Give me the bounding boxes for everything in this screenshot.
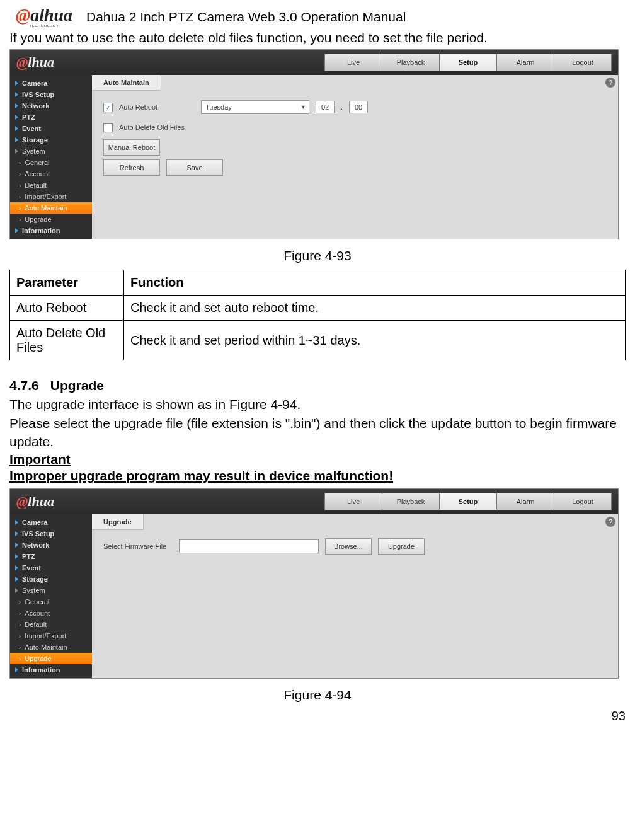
- sidebar-item-camera[interactable]: Camera: [10, 78, 92, 89]
- sidebar-sub-default[interactable]: ›Default: [10, 619, 92, 630]
- sidebar-item-ptz[interactable]: PTZ: [10, 551, 92, 562]
- nav-playback[interactable]: Playback: [382, 54, 440, 71]
- table-row: Auto Reboot Check it and set auto reboot…: [10, 296, 626, 321]
- nav-alarm[interactable]: Alarm: [496, 54, 554, 71]
- sidebar-item-ivs[interactable]: IVS Setup: [10, 89, 92, 100]
- chevron-down-icon: ▼: [300, 104, 306, 110]
- sidebar-sub-account[interactable]: ›Account: [10, 607, 92, 619]
- document-title: Dahua 2 Inch PTZ Camera Web 3.0 Operatio…: [86, 9, 406, 25]
- intro-paragraph: If you want to use the auto delete old f…: [9, 30, 626, 45]
- sidebar-sub-general[interactable]: ›General: [10, 596, 92, 607]
- nav-alarm[interactable]: Alarm: [496, 493, 554, 510]
- sidebar-sub-auto-maintain[interactable]: ›Auto Maintain: [10, 202, 92, 214]
- nav-logout[interactable]: Logout: [554, 54, 612, 71]
- figure-93-caption: Figure 4-93: [9, 248, 626, 263]
- sidebar-item-event[interactable]: Event: [10, 123, 92, 134]
- manual-reboot-button[interactable]: Manual Reboot: [103, 139, 160, 156]
- help-icon[interactable]: ?: [605, 78, 615, 88]
- sidebar-item-system[interactable]: System: [10, 146, 92, 157]
- sidebar-item-ivs[interactable]: IVS Setup: [10, 528, 92, 539]
- help-icon[interactable]: ?: [605, 517, 615, 527]
- upgrade-button[interactable]: Upgrade: [378, 538, 425, 555]
- sidebar-item-information[interactable]: Information: [10, 664, 92, 676]
- hour-input[interactable]: 02: [316, 101, 335, 113]
- section-heading-upgrade: 4.7.6Upgrade: [9, 378, 626, 393]
- upgrade-paragraph-2: Please select the upgrade file (file ext…: [9, 415, 626, 451]
- sidebar-sub-upgrade[interactable]: ›Upgrade: [10, 653, 92, 664]
- sidebar-sub-import-export[interactable]: ›Import/Export: [10, 630, 92, 642]
- sidebar-item-network[interactable]: Network: [10, 100, 92, 112]
- app-logo: @lhua: [16, 493, 111, 510]
- sidebar-sub-default[interactable]: ›Default: [10, 180, 92, 191]
- save-button[interactable]: Save: [166, 159, 223, 176]
- sidebar-item-system[interactable]: System: [10, 585, 92, 596]
- table-row: Auto Delete Old Files Check it and set p…: [10, 321, 626, 360]
- parameter-table: Parameter Function Auto Reboot Check it …: [9, 270, 626, 360]
- minute-input[interactable]: 00: [349, 101, 368, 113]
- table-header-function: Function: [124, 270, 626, 296]
- sidebar-item-storage[interactable]: Storage: [10, 573, 92, 585]
- sidebar-item-storage[interactable]: Storage: [10, 134, 92, 146]
- auto-delete-checkbox[interactable]: [103, 123, 113, 132]
- panel-tab-upgrade: Upgrade: [92, 514, 144, 530]
- table-header-parameter: Parameter: [10, 270, 124, 296]
- auto-delete-label: Auto Delete Old Files: [119, 124, 185, 131]
- figure-94-caption: Figure 4-94: [9, 688, 626, 703]
- sidebar-sub-auto-maintain[interactable]: ›Auto Maintain: [10, 642, 92, 653]
- nav-logout[interactable]: Logout: [554, 493, 612, 510]
- sidebar-item-ptz[interactable]: PTZ: [10, 112, 92, 123]
- nav-setup[interactable]: Setup: [439, 493, 497, 510]
- sidebar-sub-import-export[interactable]: ›Import/Export: [10, 191, 92, 202]
- refresh-button[interactable]: Refresh: [103, 159, 160, 176]
- panel-tab-auto-maintain: Auto Maintain: [92, 75, 161, 91]
- sidebar: Camera IVS Setup Network PTZ Event Stora…: [10, 75, 92, 239]
- auto-reboot-label: Auto Reboot: [119, 103, 195, 111]
- auto-reboot-checkbox[interactable]: ✓: [103, 103, 113, 112]
- nav-playback[interactable]: Playback: [382, 493, 440, 510]
- document-header: @alhua TECHNOLOGY Dahua 2 Inch PTZ Camer…: [9, 6, 626, 28]
- app-logo: @lhua: [16, 54, 111, 71]
- day-select[interactable]: Tuesday ▼: [201, 100, 309, 114]
- sidebar-sub-account[interactable]: ›Account: [10, 168, 92, 180]
- sidebar-item-information[interactable]: Information: [10, 225, 92, 236]
- warning-text: Improper upgrade program may result in d…: [9, 468, 626, 483]
- sidebar-sub-general[interactable]: ›General: [10, 157, 92, 168]
- firmware-file-input[interactable]: [179, 539, 319, 553]
- time-separator: :: [341, 103, 343, 111]
- sidebar-item-event[interactable]: Event: [10, 562, 92, 573]
- browse-button[interactable]: Browse...: [325, 538, 372, 555]
- nav-setup[interactable]: Setup: [439, 54, 497, 71]
- page-number: 93: [9, 709, 626, 723]
- sidebar: Camera IVS Setup Network PTZ Event Stora…: [10, 514, 92, 678]
- figure-93-screenshot: @lhua Live Playback Setup Alarm Logout C…: [9, 49, 619, 239]
- nav-live[interactable]: Live: [324, 54, 382, 71]
- sidebar-sub-upgrade[interactable]: ›Upgrade: [10, 214, 92, 225]
- sidebar-item-camera[interactable]: Camera: [10, 517, 92, 528]
- important-label: Important: [9, 452, 626, 467]
- figure-94-screenshot: @lhua Live Playback Setup Alarm Logout C…: [9, 488, 619, 679]
- brand-logo: @alhua TECHNOLOGY: [9, 6, 79, 28]
- sidebar-item-network[interactable]: Network: [10, 539, 92, 551]
- select-file-label: Select Firmware File: [103, 543, 173, 550]
- nav-live[interactable]: Live: [324, 493, 382, 510]
- upgrade-paragraph-1: The upgrade interface is shown as in Fig…: [9, 396, 626, 413]
